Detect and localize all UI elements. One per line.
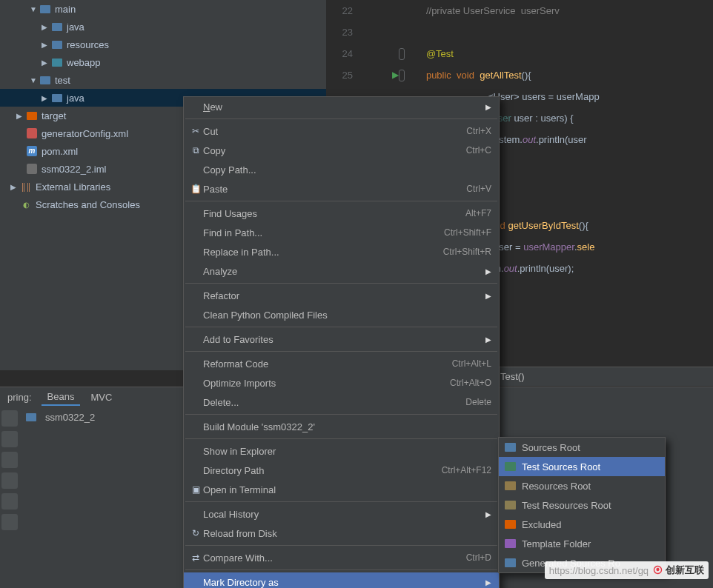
folder-icon — [52, 59, 62, 67]
menu-reformat[interactable]: Reformat CodeCtrl+Alt+L — [184, 354, 499, 373]
tree-label: java — [67, 93, 84, 104]
tab-mvc[interactable]: MVC — [84, 390, 118, 405]
tree-item-main-resources[interactable]: ▶resources — [0, 36, 326, 53]
library-icon: ║║ — [21, 181, 31, 192]
watermark-brand: 创新互联 — [666, 564, 704, 575]
line-number: 24 — [326, 43, 360, 64]
tree-label: resources — [67, 39, 109, 50]
tree-item-main[interactable]: ▼main — [0, 0, 326, 18]
tree-item-test[interactable]: ▼test — [0, 71, 326, 89]
folder-icon — [505, 501, 516, 510]
tree-item-main-webapp[interactable]: ▶webapp — [0, 53, 326, 71]
menu-paste[interactable]: 📋PasteCtrl+V — [184, 179, 499, 198]
folder-icon — [26, 413, 36, 421]
submenu-label: Sources Root — [522, 442, 580, 453]
folder-icon — [505, 443, 516, 452]
xml-file-icon — [27, 128, 37, 138]
menu-reload-disk[interactable]: ↻Reload from Disk — [184, 524, 499, 543]
menu-find-usages[interactable]: Find UsagesAlt+F7 — [184, 204, 499, 223]
chevron-right-icon: ▶ — [485, 578, 491, 587]
folder-icon — [40, 5, 50, 13]
line-number: 23 — [326, 21, 360, 43]
folder-icon — [52, 23, 62, 31]
tool-strip — [0, 407, 19, 588]
iml-file-icon — [27, 164, 37, 174]
submenu-template-folder[interactable]: Template Folder — [499, 534, 665, 553]
reload-icon: ↻ — [188, 528, 203, 538]
maven-file-icon: m — [27, 146, 37, 156]
folder-icon — [52, 41, 62, 49]
folder-icon — [40, 76, 50, 84]
diff-icon: ⇄ — [188, 552, 203, 563]
cut-icon: ✂ — [188, 126, 203, 136]
terminal-icon: ▣ — [188, 484, 203, 495]
mark-directory-submenu: Sources Root Test Sources Root Resources… — [498, 437, 666, 573]
tool-button[interactable] — [1, 493, 18, 510]
line-number: 22 — [326, 0, 360, 21]
tree-label: generatorConfig.xml — [42, 128, 128, 139]
menu-copy[interactable]: ⧉CopyCtrl+C — [184, 141, 499, 160]
breadcrumb-segment[interactable]: Test() — [500, 371, 525, 382]
tree-label: test — [55, 75, 70, 86]
submenu-resources-root[interactable]: Resources Root — [499, 476, 665, 495]
watermark: https://blog.csdn.net/gq ⦿ 创新互联 — [545, 561, 709, 579]
menu-open-terminal[interactable]: ▣Open in Terminal — [184, 480, 499, 499]
submenu-sources-root[interactable]: Sources Root — [499, 438, 665, 457]
fold-marker-icon[interactable] — [399, 70, 405, 81]
folder-icon — [505, 539, 516, 548]
tree-label: pom.xml — [42, 146, 78, 157]
tree-item-main-java[interactable]: ▶java — [0, 18, 326, 36]
folder-icon — [505, 520, 516, 529]
menu-compare-with[interactable]: ⇄Compare With...Ctrl+D — [184, 548, 499, 567]
scratch-icon: ◐ — [21, 199, 31, 210]
tool-button[interactable] — [1, 431, 18, 447]
menu-new[interactable]: NNewew▶ — [184, 97, 499, 116]
menu-clean-python[interactable]: Clean Python Compiled Files — [184, 305, 499, 324]
chevron-right-icon: ▶ — [485, 267, 491, 275]
folder-icon — [505, 481, 516, 490]
tree-label: main — [55, 4, 76, 15]
code-line: //private UserService userServ — [405, 0, 560, 21]
menu-optimize-imports[interactable]: Optimize ImportsCtrl+Alt+O — [184, 373, 499, 392]
menu-add-favorites[interactable]: Add to Favorites▶ — [184, 330, 499, 349]
tool-button[interactable] — [1, 472, 18, 489]
menu-mark-directory-as[interactable]: Mark Directory as▶ — [184, 572, 499, 588]
menu-find-in-path[interactable]: Find in Path...Ctrl+Shift+F — [184, 223, 499, 242]
paste-icon: 📋 — [188, 184, 203, 194]
submenu-label: Resources Root — [522, 481, 591, 492]
run-icon[interactable]: ▶ — [392, 64, 399, 86]
menu-delete[interactable]: Delete...Delete — [184, 392, 499, 412]
tree-label: ssm0322_2.iml — [42, 164, 106, 175]
submenu-test-sources-root[interactable]: Test Sources Root — [499, 457, 665, 476]
menu-build-module[interactable]: Build Module 'ssm0322_2' — [184, 417, 499, 436]
menu-cut[interactable]: ✂CutCtrl+X — [184, 121, 499, 141]
chevron-right-icon: ▶ — [485, 103, 491, 111]
tool-button[interactable] — [1, 410, 18, 427]
tool-button[interactable] — [1, 514, 18, 530]
line-number: 25 — [326, 64, 360, 86]
tab-beans[interactable]: Beans — [42, 389, 81, 406]
submenu-label: Test Resources Root — [522, 500, 611, 511]
fold-marker-icon[interactable] — [399, 48, 405, 60]
submenu-excluded[interactable]: Excluded — [499, 515, 665, 534]
folder-icon — [52, 94, 62, 102]
code-line: @Test — [405, 43, 454, 64]
folder-icon — [27, 112, 37, 120]
watermark-url: https://blog.csdn.net/gq — [549, 565, 649, 576]
tree-label: webapp — [67, 57, 101, 68]
menu-directory-path[interactable]: Directory PathCtrl+Alt+F12 — [184, 461, 499, 480]
menu-local-history[interactable]: Local History▶ — [184, 504, 499, 524]
chevron-right-icon: ▶ — [485, 510, 491, 518]
menu-analyze[interactable]: Analyze▶ — [184, 261, 499, 281]
menu-refactor[interactable]: Refactor▶ — [184, 286, 499, 305]
beans-item-label: ssm0322_2 — [45, 412, 95, 423]
tool-button[interactable] — [1, 452, 18, 468]
submenu-test-resources-root[interactable]: Test Resources Root — [499, 495, 665, 515]
tool-label: pring: — [0, 392, 39, 403]
menu-copy-path[interactable]: Copy Path... — [184, 160, 499, 179]
menu-show-explorer[interactable]: Show in Explorer — [184, 441, 499, 461]
submenu-label: Test Sources Root — [522, 461, 600, 472]
submenu-label: Excluded — [522, 519, 561, 530]
menu-replace-in-path[interactable]: Replace in Path...Ctrl+Shift+R — [184, 242, 499, 261]
chevron-right-icon: ▶ — [485, 335, 491, 344]
